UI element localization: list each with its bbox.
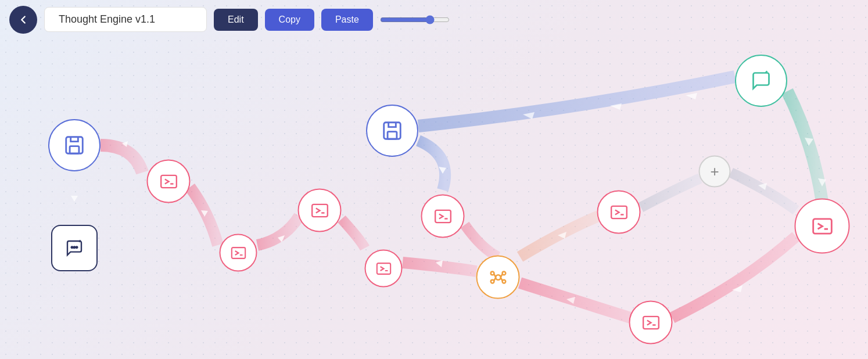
svg-marker-2 <box>201 210 208 217</box>
svg-marker-5 <box>523 112 535 119</box>
copy-button[interactable]: Copy <box>265 9 314 31</box>
svg-rect-25 <box>388 132 397 139</box>
svg-point-18 <box>74 246 76 248</box>
svg-marker-7 <box>686 93 697 99</box>
svg-marker-13 <box>805 138 813 146</box>
paste-button[interactable]: Paste <box>321 9 373 31</box>
svg-marker-4 <box>439 167 446 174</box>
svg-line-38 <box>500 274 502 277</box>
node-terminal-6[interactable] <box>421 195 465 238</box>
node-save-1[interactable] <box>48 119 101 171</box>
svg-point-17 <box>71 246 73 248</box>
svg-point-32 <box>496 275 501 280</box>
node-terminal-2[interactable] <box>147 160 191 203</box>
node-terminal-8[interactable] <box>629 301 673 344</box>
svg-marker-14 <box>818 178 826 186</box>
slider-container <box>380 15 450 24</box>
app-title: Thought Engine v1.1 <box>59 13 155 25</box>
svg-marker-8 <box>436 260 443 267</box>
node-terminal-5[interactable] <box>365 250 403 288</box>
svg-rect-24 <box>384 123 401 139</box>
svg-marker-6 <box>610 103 622 110</box>
svg-marker-10 <box>566 297 575 304</box>
svg-rect-15 <box>66 137 83 154</box>
title-box: Thought Engine v1.1 <box>44 7 207 32</box>
svg-line-40 <box>500 277 502 281</box>
topbar: Thought Engine v1.1 Edit Copy Paste <box>0 0 868 39</box>
edit-button[interactable]: Edit <box>214 9 258 31</box>
svg-marker-11 <box>732 285 743 292</box>
svg-rect-16 <box>70 146 79 154</box>
node-terminal-9[interactable] <box>795 199 850 254</box>
svg-marker-0 <box>122 141 128 147</box>
node-chat-2[interactable] <box>735 55 787 107</box>
svg-marker-12 <box>758 183 767 190</box>
node-terminal-4[interactable] <box>298 189 342 232</box>
svg-line-37 <box>494 274 496 277</box>
svg-line-39 <box>494 277 496 281</box>
node-network[interactable] <box>476 256 520 299</box>
back-button[interactable] <box>9 6 37 34</box>
node-add[interactable]: + <box>699 156 731 188</box>
node-terminal-7[interactable] <box>597 191 641 234</box>
svg-marker-3 <box>278 235 285 242</box>
svg-marker-9 <box>558 232 566 239</box>
node-chat-1[interactable] <box>51 225 98 271</box>
svg-marker-1 <box>71 196 78 202</box>
canvas: + <box>0 39 868 359</box>
node-terminal-3[interactable] <box>220 234 257 272</box>
zoom-slider[interactable] <box>380 15 450 24</box>
node-save-2[interactable] <box>366 105 418 157</box>
svg-point-19 <box>76 246 78 248</box>
